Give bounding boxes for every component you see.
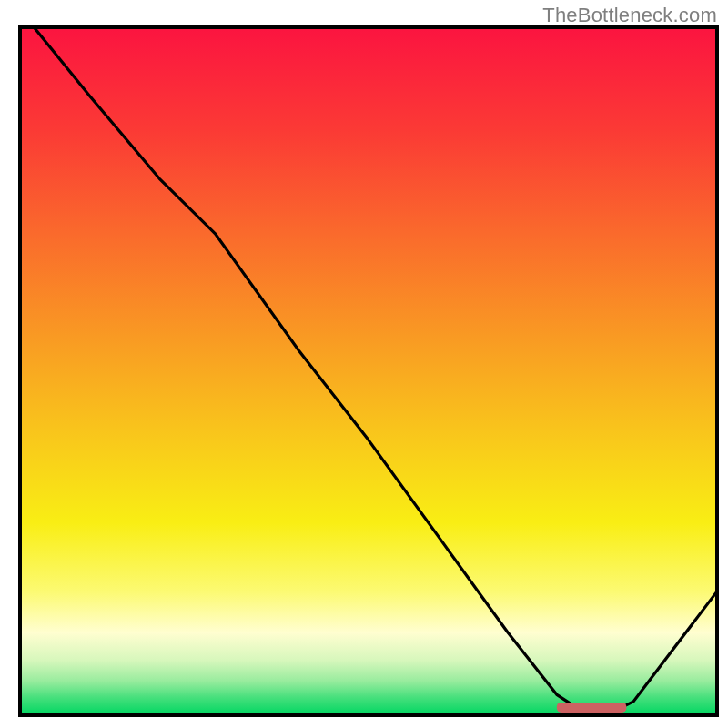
legend-marker [557,703,627,713]
chart-stage: TheBottleneck.com [0,0,728,728]
watermark-text: TheBottleneck.com [542,4,717,27]
bottleneck-chart [0,0,728,728]
plot-background [20,27,717,715]
